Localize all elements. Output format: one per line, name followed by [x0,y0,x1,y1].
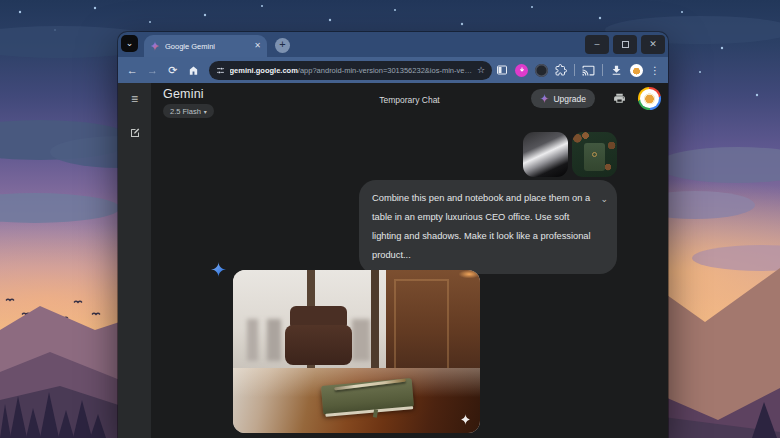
back-button[interactable]: ← [124,64,140,76]
new-chat-compose-icon[interactable] [129,127,141,139]
user-profile-avatar[interactable] [638,87,661,110]
new-tab-button[interactable]: + [275,38,290,53]
forward-button[interactable]: → [144,64,160,76]
gemini-response-sparkle-icon [211,262,226,277]
printer-icon[interactable] [613,92,626,105]
home-button[interactable] [185,65,201,76]
tab-title: Google Gemini [165,42,249,51]
minimize-button[interactable]: – [585,35,609,54]
tab-strip: ⌄ Google Gemini ✕ + – ✕ [118,32,668,57]
browser-tab-google-gemini[interactable]: Google Gemini ✕ [144,35,267,57]
side-panel-icon[interactable] [496,64,508,76]
chevron-down-icon: ⌄ [126,39,134,48]
downloads-icon[interactable] [610,64,623,77]
toolbar-divider [574,64,575,76]
tab-close-icon[interactable]: ✕ [254,42,261,50]
browser-menu-kebab-icon[interactable]: ⋮ [650,65,660,76]
gemini-watermark-sparkle-icon [460,414,471,425]
bookmark-star-icon[interactable]: ☆ [477,65,485,75]
gemini-app-title: Gemini [163,87,204,101]
tab-search-button[interactable]: ⌄ [121,35,138,52]
main-menu-hamburger-icon[interactable]: ≡ [131,93,138,105]
warm-light-glow [426,270,480,312]
gemini-main: Gemini 2.5 Flash ▾ Temporary Chat Upgrad… [151,83,668,438]
notebook-emblem [592,152,597,157]
generated-office-image[interactable] [233,270,480,433]
upgrade-label: Upgrade [553,94,586,104]
close-icon: ✕ [649,40,657,49]
home-icon [188,65,199,76]
temporary-chat-label: Temporary Chat [379,95,439,105]
browser-profile-avatar[interactable] [630,64,643,77]
desktop-wallpaper: ⌄ Google Gemini ✕ + – ✕ [0,0,780,438]
address-bar[interactable]: gemini.google.com/app?android-min-versio… [209,61,492,80]
window-controls: – ✕ [585,32,668,54]
maximize-button[interactable] [613,35,637,54]
upgrade-button[interactable]: Upgrade [531,89,595,108]
model-name: 2.5 Flash [170,107,201,116]
maximize-icon [622,41,629,48]
toolbar-extension-area: ⋮ [496,64,662,77]
url-host: gemini.google.com [230,66,298,75]
minimize-icon: – [594,40,599,49]
dark-extension-icon[interactable] [535,64,548,77]
user-message-bubble[interactable]: Combine this pen and notebook and place … [359,180,617,274]
model-selector[interactable]: 2.5 Flash ▾ [163,104,214,118]
pink-extension-icon[interactable] [515,64,528,77]
attachment-thumbnails [523,132,617,177]
chat-area: Combine this pen and notebook and place … [151,121,668,438]
url-text: gemini.google.com/app?android-min-versio… [230,66,472,75]
chair-headrest [290,306,347,327]
cast-icon[interactable] [582,64,595,77]
browser-toolbar: ← → ⟳ gemini.google.com/app?android-min-… [118,57,668,83]
gemini-favicon-icon [150,41,160,51]
url-path: /app?android-min-version=301356232&ios-m… [298,66,472,75]
reload-button[interactable]: ⟳ [165,64,181,77]
caret-down-icon: ▾ [204,108,207,115]
user-message-text: Combine this pen and notebook and place … [372,193,591,260]
gemini-sidebar: ≡ [118,83,151,438]
gemini-sparkle-icon [540,94,549,103]
avatar-photo [640,89,659,108]
browser-window: ⌄ Google Gemini ✕ + – ✕ [118,32,668,438]
attachment-pen-notebook-photo[interactable] [523,132,568,177]
expand-message-chevron-icon[interactable]: ⌄ [600,190,608,209]
site-settings-tune-icon[interactable] [216,66,225,75]
leather-chair [285,325,352,364]
extensions-puzzle-icon[interactable] [555,64,567,76]
window-mullion [371,270,378,371]
toolbar-divider [602,64,603,76]
gemini-page: ≡ Gemini 2.5 Flash ▾ Temporary Chat [118,83,668,438]
attachment-green-notebook-photo[interactable] [572,132,617,177]
close-button[interactable]: ✕ [641,35,665,54]
